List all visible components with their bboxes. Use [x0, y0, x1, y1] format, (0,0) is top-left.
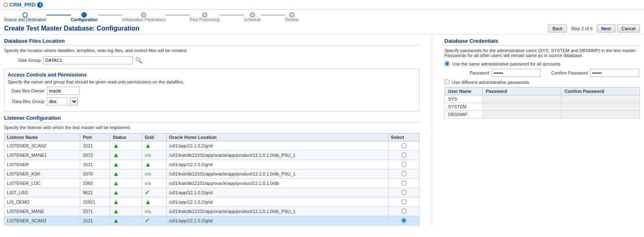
listener-select-cell[interactable] [388, 169, 419, 179]
step-dot-post [202, 12, 207, 18]
step-source: Source and Destination [4, 12, 46, 22]
pwd-password-cell[interactable] [482, 103, 561, 111]
col-port: Port [80, 134, 110, 141]
same-pwd-radio[interactable] [444, 61, 450, 66]
pwd-confirm-input[interactable] [565, 97, 636, 101]
listener-table-body: LISTENER_SCAN2 1521 ▲ ▲ /u01/app/12.1.0.… [4, 141, 420, 226]
pwd-col-user: User Name [445, 88, 483, 95]
pwd-confirm-cell[interactable] [561, 95, 640, 103]
step-dot-config [81, 12, 87, 18]
password-input[interactable] [492, 69, 541, 77]
confirm-password-input[interactable] [590, 69, 639, 77]
pwd-password-input[interactable] [486, 112, 558, 117]
group-input[interactable] [47, 97, 67, 105]
listener-port-cell: 3371 [80, 207, 110, 216]
pwd-table-row: SYSTEM [445, 103, 640, 111]
step-dot-review [289, 12, 295, 18]
pwd-password-cell[interactable] [482, 95, 561, 103]
listener-grid-cell: n/a [142, 207, 167, 216]
back-button[interactable]: Back [548, 24, 567, 33]
listener-grid-cell: ✓ [142, 216, 167, 226]
listener-select-cell[interactable] [388, 160, 419, 169]
pwd-confirm-cell[interactable] [561, 103, 640, 111]
listener-select-radio[interactable] [401, 143, 407, 148]
listener-desc: Specify the listener with which the test… [4, 125, 420, 130]
pwd-confirm-input[interactable] [565, 104, 636, 109]
listener-status-cell: ▲ [110, 188, 142, 198]
listener-select-radio[interactable] [401, 208, 407, 214]
listener-title: Listener Configuration [4, 115, 420, 123]
left-panel: Database Files Location Specify the loca… [4, 38, 420, 226]
status-up-icon: ▲ [113, 217, 119, 224]
listener-select-cell[interactable] [388, 198, 419, 207]
owner-input[interactable] [47, 87, 79, 95]
same-pwd-row: Use the same administrative password for… [444, 61, 640, 66]
status-up-icon: ▲ [113, 151, 119, 158]
next-button[interactable]: Next [597, 24, 615, 33]
info-icon[interactable]: ℹ [37, 2, 43, 8]
grid-up-icon: ▲ [145, 142, 151, 149]
panel-divider [432, 38, 432, 226]
listener-name-cell: LISTENER_SCAN3 [4, 216, 80, 226]
cancel-button[interactable]: Cancel [617, 24, 640, 33]
same-pwd-label: Use the same administrative password for… [452, 61, 560, 66]
listener-home-cell: /u01/app/12.1.0.2/grid [167, 160, 388, 169]
listener-port-cell: 15921 [80, 198, 110, 207]
db-icon: ⬡ [3, 2, 8, 8]
app-title: ⬡ CRM_PRD ℹ [3, 2, 43, 8]
listener-select-radio[interactable] [401, 180, 407, 186]
wizard-bar: Source and Destination Configuration Ini… [0, 10, 644, 22]
listener-port-cell: 3360 [80, 179, 110, 188]
pwd-password-input[interactable] [486, 104, 558, 109]
credentials-title: Database Credentials [444, 38, 640, 46]
listener-select-cell[interactable] [388, 216, 419, 226]
listener-row: LISTENER_MANE1 3372 ▲ n/a /u01/ksk/db121… [4, 151, 420, 160]
connector-2 [98, 15, 122, 15]
listener-status-cell: ▲ [110, 160, 142, 169]
col-oracle-home: Oracle Home Location [167, 134, 388, 141]
pwd-password-input[interactable] [486, 97, 558, 101]
connector-4 [220, 15, 244, 15]
listener-select-cell[interactable] [388, 141, 419, 151]
step-init: Initialization Parameters [122, 12, 166, 22]
listener-select-radio[interactable] [401, 218, 407, 223]
listener-grid-cell: n/a [142, 151, 167, 160]
listener-select-radio[interactable] [401, 190, 407, 195]
grid-up-icon: ▲ [145, 161, 151, 168]
pwd-confirm-cell[interactable] [561, 111, 640, 118]
access-title: Access Controls and Permissions [8, 72, 416, 78]
listener-select-radio[interactable] [401, 152, 407, 158]
pwd-confirm-input[interactable] [565, 112, 636, 117]
access-desc: Specify the owner and group that should … [8, 79, 416, 84]
pwd-col-confirm: Confirm Password [561, 88, 640, 95]
status-up-icon: ▲ [113, 170, 119, 177]
step-label-schedule: Schedule [244, 18, 261, 22]
listener-port-cell: 1521 [80, 141, 110, 151]
listener-name-cell: LISTENER [4, 160, 80, 169]
listener-select-cell[interactable] [388, 151, 419, 160]
diff-pwd-radio[interactable] [444, 79, 450, 85]
listener-row: LISTENER_KSK 3370 ▲ n/a /u01/ksk/db12101… [4, 169, 420, 179]
grid-up-icon: ▲ [145, 198, 151, 205]
listener-grid-cell: n/a [142, 169, 167, 179]
pwd-table-header: User Name Password Confirm Password [445, 88, 640, 95]
listener-select-cell[interactable] [388, 179, 419, 188]
listener-grid-cell: ▲ [142, 198, 167, 207]
step-label-review: Review [285, 18, 299, 22]
search-icon[interactable]: 🔍 [135, 57, 142, 64]
listener-select-cell[interactable] [388, 188, 419, 198]
grid-na: n/a [145, 171, 151, 176]
listener-select-radio[interactable] [401, 162, 407, 167]
password-table: User Name Password Confirm Password SYS … [444, 87, 640, 118]
listener-home-cell: /u01/ksk/db12101/app/oracle/app/product/… [167, 151, 388, 160]
listener-select-radio[interactable] [401, 171, 407, 176]
listener-port-cell: 1521 [80, 160, 110, 169]
group-select[interactable]: ▼ [70, 97, 78, 105]
listener-select-radio[interactable] [401, 199, 407, 204]
pwd-password-cell[interactable] [482, 111, 561, 118]
listener-row: LISTENER_SCAN2 1521 ▲ ▲ /u01/app/12.1.0.… [4, 141, 420, 151]
col-select: Select [388, 134, 419, 141]
listener-select-cell[interactable] [388, 207, 419, 216]
disk-group-input[interactable] [43, 56, 133, 64]
pwd-user-cell: SYS [445, 95, 483, 103]
